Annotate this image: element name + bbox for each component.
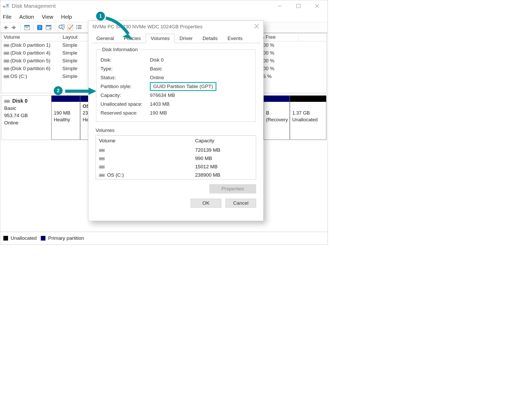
- annotation-arrow-2: [64, 87, 98, 99]
- properties-button: Properties: [209, 184, 256, 194]
- disk-info-legend: Disk Information: [101, 47, 139, 52]
- drive-icon: [4, 51, 9, 55]
- disk-information-group: Disk Information Disk:Disk 0Type:BasicSt…: [96, 47, 256, 122]
- disk-label: Disk 0: [12, 98, 28, 104]
- titlebar: Disk Management: [0, 0, 328, 12]
- annotation-badge-2: 2: [54, 86, 63, 95]
- svg-rect-20: [49, 28, 51, 29]
- main-window: Disk Management File Action View Help ? …: [0, 0, 328, 245]
- disk-size: 953.74 GB: [4, 113, 28, 118]
- svg-rect-5: [7, 6, 8, 6]
- volumes-label: Volumes: [96, 128, 256, 133]
- drive-icon: [4, 44, 9, 47]
- swatch-unallocated: [3, 236, 8, 241]
- svg-rect-30: [76, 28, 77, 29]
- svg-rect-15: [27, 27, 28, 28]
- drive-icon: [99, 165, 105, 169]
- tab-events[interactable]: Events: [223, 34, 248, 43]
- cancel-button[interactable]: Cancel: [225, 199, 256, 208]
- drive-icon: [4, 75, 9, 78]
- svg-point-48: [8, 76, 9, 77]
- dialog-close-button[interactable]: [254, 24, 259, 30]
- partition-unallocated[interactable]: 1.37 GBUnallocated: [290, 96, 326, 140]
- disk-type: Basic: [4, 105, 16, 111]
- partition-recovery[interactable]: B(Recovery: [264, 96, 290, 140]
- info-row: Capacity:976634 MB: [101, 91, 251, 100]
- info-row: Disk:Disk 0: [101, 56, 251, 64]
- tab-volumes[interactable]: Volumes: [146, 34, 175, 43]
- maximize-button[interactable]: [289, 0, 308, 12]
- vol-col-volume[interactable]: Volume: [99, 138, 195, 144]
- info-row: Reserved space:190 MB: [101, 109, 251, 117]
- check-icon[interactable]: [66, 24, 74, 31]
- svg-point-61: [103, 167, 104, 167]
- calendar-icon[interactable]: [23, 24, 31, 31]
- info-row: Partition style:GUID Partition Table (GP…: [101, 82, 251, 91]
- svg-rect-47: [4, 76, 9, 77]
- list-icon[interactable]: [75, 24, 83, 31]
- menu-view[interactable]: View: [42, 14, 53, 20]
- drive-icon: [4, 67, 9, 71]
- svg-rect-38: [4, 53, 9, 54]
- disk-status: Online: [4, 120, 18, 125]
- svg-rect-11: [12, 27, 14, 28]
- properties-icon[interactable]: [45, 24, 52, 31]
- svg-rect-23: [62, 24, 64, 28]
- svg-rect-7: [297, 4, 300, 8]
- volumes-list[interactable]: Volume Capacity 720139 MB 990 MB 15012 M…: [96, 135, 256, 179]
- drive-icon: [99, 157, 105, 161]
- info-row: Type:Basic: [101, 64, 251, 73]
- svg-point-36: [8, 45, 9, 46]
- svg-rect-28: [76, 25, 77, 26]
- legend: Unallocated Primary partition: [0, 232, 328, 244]
- menu-help[interactable]: Help: [61, 14, 72, 20]
- col-volume[interactable]: Volume: [2, 34, 61, 40]
- svg-rect-4: [7, 5, 8, 6]
- svg-point-39: [8, 53, 9, 54]
- svg-point-64: [103, 175, 104, 176]
- svg-line-22: [62, 28, 64, 30]
- help-icon[interactable]: ?: [36, 24, 43, 31]
- window-title: Disk Management: [12, 3, 56, 9]
- back-button[interactable]: [2, 24, 9, 31]
- volume-entry[interactable]: 15012 MB: [96, 163, 256, 171]
- col-free[interactable]: % Free: [258, 34, 298, 40]
- properties-dialog: NVMe PC SN730 NVMe WDC 1024GB Properties…: [88, 21, 264, 221]
- annotation-arrow-1: [104, 16, 137, 43]
- svg-rect-54: [100, 150, 104, 151]
- forward-button[interactable]: [11, 24, 18, 31]
- menu-file[interactable]: File: [3, 14, 11, 20]
- svg-point-42: [8, 61, 9, 61]
- svg-rect-14: [25, 27, 26, 28]
- tab-details[interactable]: Details: [198, 34, 223, 43]
- svg-point-45: [8, 69, 9, 69]
- disk-header[interactable]: Disk 0 Basic 953.74 GB Online: [2, 96, 51, 140]
- svg-rect-10: [6, 27, 8, 28]
- volume-entry[interactable]: 990 MB: [96, 154, 256, 163]
- svg-rect-13: [24, 25, 30, 26]
- svg-point-55: [103, 150, 104, 151]
- minimize-button[interactable]: [270, 0, 289, 12]
- svg-rect-1: [3, 6, 5, 7]
- partition-1[interactable]: 190 MBHealthy: [51, 96, 80, 140]
- close-button[interactable]: [308, 0, 327, 12]
- drive-icon: [4, 99, 10, 103]
- search-icon[interactable]: [58, 24, 65, 31]
- svg-rect-29: [76, 27, 77, 28]
- svg-rect-63: [100, 175, 104, 176]
- legend-primary: Primary partition: [48, 235, 84, 241]
- volume-entry[interactable]: OS (C:)238900 MB: [96, 171, 256, 179]
- partition-style-highlight: GUID Partition Table (GPT): [150, 82, 216, 91]
- svg-point-58: [103, 158, 104, 159]
- ok-button[interactable]: OK: [191, 199, 221, 208]
- menu-action[interactable]: Action: [19, 14, 34, 20]
- svg-rect-60: [100, 167, 104, 168]
- volume-entry[interactable]: 720139 MB: [96, 146, 256, 154]
- svg-rect-41: [4, 61, 9, 62]
- svg-rect-44: [4, 68, 9, 69]
- legend-unallocated: Unallocated: [11, 235, 37, 241]
- svg-rect-57: [100, 158, 104, 159]
- drive-icon: [99, 174, 105, 177]
- tab-driver[interactable]: Driver: [175, 34, 198, 43]
- vol-col-capacity[interactable]: Capacity: [195, 138, 253, 144]
